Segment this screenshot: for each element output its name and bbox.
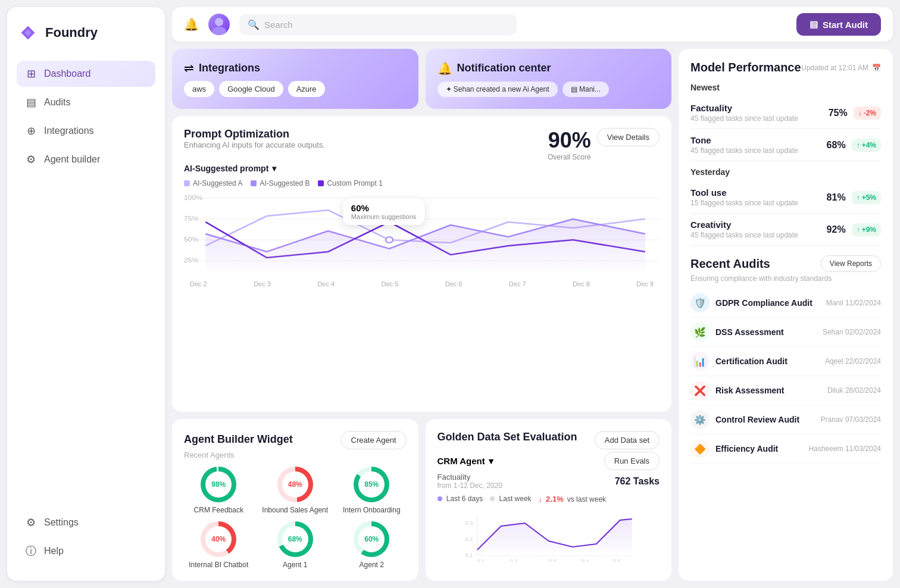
calendar-icon: 📅 (872, 64, 881, 72)
crm-selector[interactable]: CRM Agent ▾ (438, 456, 493, 467)
svg-text:0.5: 0.5 (612, 558, 620, 562)
notification-card: 🔔 Notification center ✦ Sehan created a … (426, 49, 672, 109)
score-label: Overall Score (548, 153, 591, 161)
sidebar-item-integrations[interactable]: ⊕Integrations (17, 118, 155, 144)
integrations-title: Integrations (199, 62, 260, 74)
recent-audits-title: Recent Audits (690, 257, 770, 271)
run-evals-button[interactable]: Run Evals (604, 452, 660, 470)
legend-item-a: AI-Suggested A (184, 179, 242, 187)
sidebar-bottom: ⚙SettingsⓘHelp (17, 509, 155, 567)
avatar[interactable] (208, 14, 230, 35)
agent-donut-5: 60% (354, 521, 389, 557)
prompt-chart: 60% Maximum suggestions 100% 75% 50% 25% (184, 192, 660, 287)
chevron-icon: ▾ (489, 456, 493, 467)
integrations-card: ⇌ Integrations aws Google Cloud Azure (172, 49, 418, 109)
agent-donut-0: 98% (201, 467, 236, 502)
notif-item-2: ▤ Mani... (562, 82, 609, 97)
integrations-nav-label: Integrations (44, 126, 94, 136)
tone-badge: ↑ +4% (852, 139, 881, 152)
audit-row-3: ❌ Risk Assessment Diluk 28/02/2024 (690, 376, 881, 405)
legend-dot-last6 (438, 496, 442, 501)
prompt-header: Prompt Optimization Enhancing AI inputs … (184, 128, 660, 161)
audit-icon: ▤ (810, 19, 818, 30)
sidebar: Foundry ⊞Dashboard▤Audits⊕Integrations⚙A… (7, 7, 165, 581)
notification-title: Notification center (457, 62, 551, 74)
dashboard-nav-icon: ⊞ (25, 68, 37, 80)
search-icon: 🔍 (248, 19, 260, 30)
metric-tone: Tone 45 flagged tasks since last update … (690, 129, 881, 161)
svg-text:0.2: 0.2 (465, 536, 473, 542)
content-left: ⇌ Integrations aws Google Cloud Azure (172, 49, 671, 581)
sidebar-item-settings[interactable]: ⚙Settings (17, 509, 155, 536)
search-placeholder: Search (264, 20, 293, 30)
audit-meta-1: Sehan 02/02/2024 (823, 328, 881, 336)
integrations-nav-icon: ⊕ (25, 125, 37, 137)
golden-header: Golden Data Set Evaluation Add Data set (438, 431, 660, 449)
sidebar-item-dashboard[interactable]: ⊞Dashboard (17, 61, 155, 87)
change-label: vs last week (567, 495, 606, 503)
audit-icon-1: 🌿 (690, 323, 710, 342)
svg-point-10 (386, 237, 393, 243)
prompt-optimization-card: Prompt Optimization Enhancing AI inputs … (172, 116, 671, 412)
right-panel: Model Performance Updated at 12:01 AM 📅 … (679, 49, 893, 581)
ai-suggested-dropdown[interactable]: AI-Suggested prompt ▾ (184, 164, 660, 173)
top-cards: ⇌ Integrations aws Google Cloud Azure (172, 49, 671, 109)
chart-x-labels: Dec 2 Dec 3 Dec 4 Dec 5 Dec 6 Dec 7 Dec … (184, 280, 660, 287)
panel-header: Model Performance Updated at 12:01 AM 📅 (690, 61, 881, 74)
audit-icon-4: ⚙️ (690, 410, 710, 429)
agent-name-4: Agent 1 (283, 561, 307, 569)
legend-item-c: Custom Prompt 1 (318, 179, 382, 187)
audit-row-2: 📊 Certification Audit Aqeel 22/02/2024 (690, 347, 881, 376)
add-dataset-button[interactable]: Add Data set (595, 431, 660, 449)
golden-chart-svg: 0.1 0.2 0.3 0.1 (438, 508, 660, 562)
logo-text: Foundry (45, 25, 98, 40)
metric-creativity: Creativity 45 flagged tasks since last u… (690, 214, 881, 246)
change-arrow: ↓ (539, 495, 543, 503)
agent-donut-1: 48% (277, 467, 313, 502)
agent-builder-card: Agent Builder Widget Create Agent Recent… (172, 419, 418, 581)
audit-icon-5: 🔶 (690, 439, 710, 458)
sidebar-item-help[interactable]: ⓘHelp (17, 538, 155, 564)
sidebar-item-audits[interactable]: ▤Audits (17, 89, 155, 115)
agent-name-2: Intern Onboarding (343, 506, 401, 514)
start-audit-button[interactable]: ▤ Start Audit (796, 13, 881, 36)
golden-data-card: Golden Data Set Evaluation Add Data set … (426, 419, 672, 581)
audit-row-5: 🔶 Efficiency Audit Hasheeem 11/03/2024 (690, 434, 881, 464)
prompt-title: Prompt Optimization (184, 128, 325, 140)
agent-item-5: 60%Agent 2 (337, 521, 407, 569)
integrations-icon: ⇌ (184, 61, 194, 75)
chevron-down-icon: ▾ (272, 164, 276, 173)
audit-name-2: Certification Audit (715, 356, 819, 366)
agent-item-4: 68%Agent 1 (261, 521, 330, 569)
agent-name-1: Inbound Sales Agent (262, 506, 328, 514)
date-range: from 1-12 Dec, 2020 (438, 481, 502, 490)
change-value: 2.1% (546, 495, 564, 503)
view-reports-button[interactable]: View Reports (821, 255, 881, 272)
audit-icon-0: 🛡️ (690, 293, 710, 312)
bell-icon[interactable]: 🔔 (184, 17, 199, 32)
agent-item-3: 40%Internal BI Chatbot (184, 521, 254, 569)
svg-text:50%: 50% (184, 236, 198, 243)
main-content: 🔔 🔍 Search ▤ Start Audit (172, 0, 900, 588)
view-details-button[interactable]: View Details (597, 128, 660, 146)
agent-item-2: 85%Intern Onboarding (337, 467, 407, 514)
logo: Foundry (17, 21, 155, 44)
search-bar[interactable]: 🔍 Search (239, 14, 517, 35)
audit-subtitle: Ensuring compliance with industry standa… (690, 274, 881, 283)
svg-text:0.3: 0.3 (465, 520, 473, 526)
sidebar-item-agent-builder[interactable]: ⚙Agent builder (17, 146, 155, 173)
agent-donut-2: 85% (354, 467, 389, 502)
agent-item-1: 48%Inbound Sales Agent (261, 467, 330, 514)
agent-donut-4: 68% (277, 521, 313, 557)
settings-nav-label: Settings (44, 517, 79, 528)
gcloud-tag: Google Cloud (219, 81, 283, 97)
recent-audits-header: Recent Audits View Reports (690, 255, 881, 272)
change-row: ↓ 2.1% vs last week (539, 495, 607, 503)
audit-name-4: Control Review Audit (715, 415, 815, 424)
nav-menu: ⊞Dashboard▤Audits⊕Integrations⚙Agent bui… (17, 61, 155, 175)
create-agent-button[interactable]: Create Agent (341, 431, 407, 449)
svg-text:75%: 75% (184, 215, 198, 222)
panel-title: Model Performance (690, 61, 801, 74)
agent-donut-3: 40% (201, 521, 236, 557)
audit-meta-3: Diluk 28/02/2024 (827, 386, 881, 395)
